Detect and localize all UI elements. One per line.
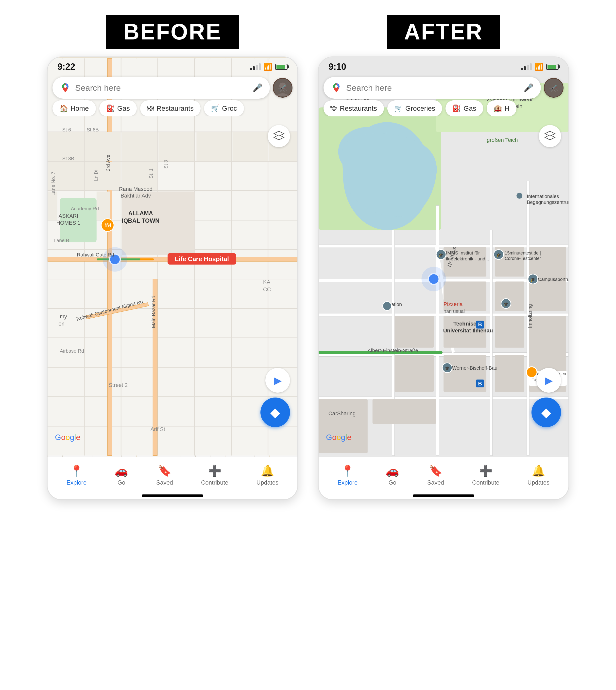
explore-icon-after: 📍 — [341, 464, 354, 477]
status-bar-after: 9:10 📶 — [318, 57, 568, 75]
gas-icon: ⛽ — [106, 104, 115, 112]
avatar-after[interactable]: 🦟 — [544, 78, 564, 98]
search-bar-after[interactable]: Search here 🎤 — [324, 77, 541, 99]
svg-text:CC: CC — [263, 286, 271, 292]
directions-fab[interactable]: ◆ — [260, 398, 290, 427]
svg-rect-34 — [96, 192, 110, 220]
mic-icon-after[interactable]: 🎤 — [524, 83, 533, 92]
svg-rect-26 — [158, 132, 194, 161]
search-input[interactable]: Search here — [75, 83, 248, 93]
layer-button[interactable] — [268, 125, 290, 147]
nav-go-after[interactable]: 🚗 Go — [386, 464, 399, 486]
svg-text:Albert-Einstein-Straße: Albert-Einstein-Straße — [368, 348, 418, 353]
home-indicator-before — [142, 495, 203, 497]
svg-text:St. 1: St. 1 — [148, 168, 154, 179]
svg-point-104 — [422, 267, 446, 291]
nav-explore-before[interactable]: 📍 Explore — [67, 464, 87, 486]
after-phone: Zylinderschleifwerk Feuerstein großen Te… — [318, 57, 569, 500]
svg-text:Academy Rd: Academy Rd — [71, 206, 99, 211]
status-icons-after: 📶 — [521, 63, 558, 71]
svg-text:Begegnungszentrum: Begegnungszentrum — [527, 200, 568, 205]
chip-gas-after[interactable]: ⛽ Gas — [445, 100, 483, 117]
nav-saved-after[interactable]: 🔖 Saved — [427, 464, 444, 486]
chip-groceries-after[interactable]: 🛒 Groceries — [387, 100, 442, 117]
before-phone: 🍽 Life Care Hospital ASKARI HOMES 1 ALLA… — [47, 57, 298, 500]
svg-text:ion: ion — [58, 320, 65, 327]
battery-icon-after — [546, 64, 558, 70]
chip-groceries-after-label: Groceries — [405, 105, 435, 112]
updates-icon-before: 🔔 — [261, 464, 274, 477]
svg-text:B: B — [478, 321, 482, 328]
svg-text:KA: KA — [263, 279, 270, 285]
nav-contribute-after[interactable]: ➕ Contribute — [472, 464, 500, 486]
svg-rect-97 — [395, 355, 434, 392]
search-bar-container-after: Search here 🎤 🦟 — [324, 77, 564, 99]
search-bar[interactable]: Search here 🎤 — [52, 77, 270, 99]
explore-label-before: Explore — [67, 479, 87, 486]
after-map[interactable]: Zylinderschleifwerk Feuerstein großen Te… — [318, 57, 568, 457]
nav-go-before[interactable]: 🚗 Go — [115, 464, 128, 486]
contribute-label-after: Contribute — [472, 479, 500, 486]
svg-text:Internationales: Internationales — [527, 193, 559, 199]
layer-button-after[interactable] — [539, 125, 561, 147]
chip-gas-after-label: Gas — [463, 105, 476, 112]
chip-groceries[interactable]: 🛒 Groc — [204, 100, 244, 117]
signal-icon-after — [521, 63, 532, 70]
directions-fab-after[interactable]: ◆ — [531, 398, 561, 427]
svg-text:🎓: 🎓 — [445, 366, 450, 371]
navigate-button-after[interactable]: ▶ — [536, 368, 561, 393]
svg-text:Lane B: Lane B — [54, 238, 69, 243]
svg-text:Imholtzring: Imholtzring — [527, 304, 533, 328]
chip-restaurants[interactable]: 🍽 Restaurants — [140, 100, 201, 117]
svg-rect-101 — [318, 399, 368, 453]
svg-text:Lane No. 7: Lane No. 7 — [50, 172, 56, 195]
chip-hotel-after[interactable]: 🏨 H — [487, 100, 516, 117]
chip-hotel-after-label: H — [505, 105, 510, 112]
svg-marker-74 — [274, 135, 284, 140]
svg-text:15minutentest.de |: 15minutentest.de | — [505, 251, 541, 255]
svg-text:großen Teich: großen Teich — [487, 137, 518, 143]
svg-text:Pizzeria: Pizzeria — [443, 301, 463, 307]
bottom-nav-before: 📍 Explore 🚗 Go 🔖 Saved ➕ Contribute 🔔 — [48, 457, 298, 491]
saved-label-before: Saved — [156, 479, 173, 486]
chip-restaurants-after[interactable]: 🍽 Restaurants — [324, 100, 384, 117]
bottom-nav-after: 📍 Explore 🚗 Go 🔖 Saved ➕ Contribute 🔔 — [318, 457, 568, 491]
svg-text:🍽: 🍽 — [105, 222, 111, 228]
svg-text:Campussporthalle: Campussporthalle — [538, 277, 568, 282]
svg-text:ALLAMA: ALLAMA — [128, 210, 153, 216]
nav-contribute-before[interactable]: ➕ Contribute — [201, 464, 228, 486]
maps-logo — [60, 82, 71, 93]
chip-restaurants-label: Restaurants — [156, 105, 194, 112]
go-icon-before: 🚗 — [115, 464, 128, 477]
chip-gas[interactable]: ⛽ Gas — [99, 100, 137, 117]
nav-updates-after[interactable]: 🔔 Updates — [528, 464, 549, 486]
nav-updates-before[interactable]: 🔔 Updates — [257, 464, 279, 486]
svg-text:Airbase Rd: Airbase Rd — [60, 348, 84, 354]
navigate-button[interactable]: ▶ — [265, 368, 290, 393]
svg-text:Ln IX: Ln IX — [93, 169, 99, 181]
saved-icon-after: 🔖 — [429, 464, 442, 477]
mic-icon[interactable]: 🎤 — [252, 83, 262, 92]
svg-rect-27 — [196, 132, 230, 161]
svg-marker-156 — [545, 131, 555, 136]
explore-label-after: Explore — [337, 479, 357, 486]
status-icons: 📶 — [250, 63, 288, 71]
svg-rect-25 — [122, 132, 157, 161]
svg-rect-102 — [373, 399, 436, 424]
updates-label-before: Updates — [257, 479, 279, 486]
before-panel: BEFORE — [47, 15, 298, 500]
svg-point-37 — [103, 247, 127, 272]
search-input-after[interactable]: Search here — [346, 83, 519, 93]
chip-home[interactable]: 🏠 Home — [52, 100, 96, 117]
status-bar: 9:22 📶 — [48, 57, 298, 75]
home-icon: 🏠 — [59, 104, 68, 112]
before-map[interactable]: 🍽 Life Care Hospital ASKARI HOMES 1 ALLA… — [48, 57, 298, 457]
nav-saved-before[interactable]: 🔖 Saved — [156, 464, 173, 486]
svg-text:Main Bazar Rd: Main Bazar Rd — [151, 296, 156, 328]
search-bar-container: Search here 🎤 🦟 — [52, 77, 292, 99]
restaurants-icon: 🍽 — [147, 104, 154, 112]
avatar-before[interactable]: 🦟 — [273, 78, 292, 98]
svg-rect-96 — [495, 316, 524, 348]
signal-icon — [250, 63, 261, 70]
nav-explore-after[interactable]: 📍 Explore — [337, 464, 357, 486]
